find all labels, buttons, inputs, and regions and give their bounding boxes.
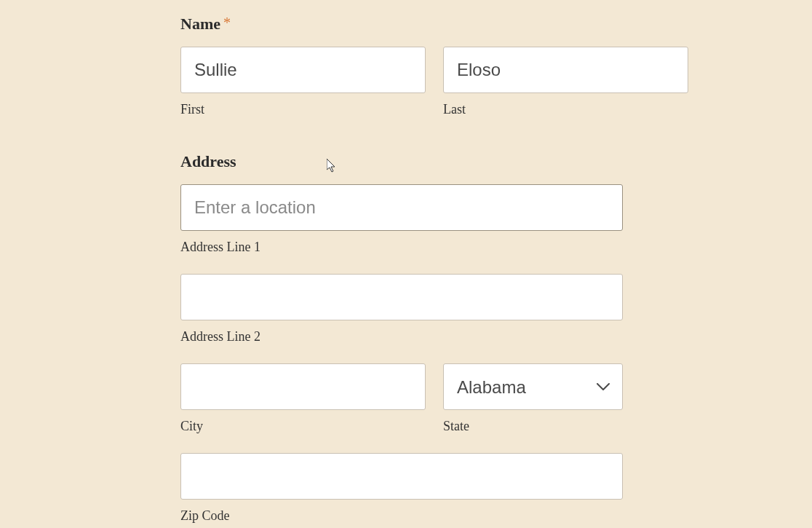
address-line2-sublabel: Address Line 2 bbox=[180, 329, 623, 344]
city-field-wrapper: City bbox=[180, 363, 426, 434]
state-sublabel: State bbox=[443, 419, 623, 434]
last-name-input[interactable] bbox=[443, 47, 688, 93]
first-name-sublabel: First bbox=[180, 102, 426, 117]
address-line1-field-wrapper: Address Line 1 bbox=[180, 184, 623, 255]
zip-field-wrapper: Zip Code bbox=[180, 453, 623, 524]
last-name-sublabel: Last bbox=[443, 102, 688, 117]
zip-input[interactable] bbox=[180, 453, 623, 500]
state-select[interactable]: Alabama bbox=[443, 363, 623, 410]
address-line1-sublabel: Address Line 1 bbox=[180, 240, 623, 255]
name-section-label: Name* bbox=[180, 15, 623, 34]
last-name-field-wrapper: Last bbox=[443, 47, 688, 117]
address-section-label: Address bbox=[180, 152, 623, 171]
required-asterisk: * bbox=[223, 15, 231, 31]
state-field-wrapper: Alabama State bbox=[443, 363, 623, 434]
address-line2-input[interactable] bbox=[180, 274, 623, 320]
address-line1-input[interactable] bbox=[180, 184, 623, 231]
city-sublabel: City bbox=[180, 419, 426, 434]
zip-sublabel: Zip Code bbox=[180, 508, 623, 524]
first-name-field-wrapper: First bbox=[180, 47, 426, 117]
city-input[interactable] bbox=[180, 363, 426, 410]
first-name-input[interactable] bbox=[180, 47, 426, 93]
address-line2-field-wrapper: Address Line 2 bbox=[180, 274, 623, 344]
